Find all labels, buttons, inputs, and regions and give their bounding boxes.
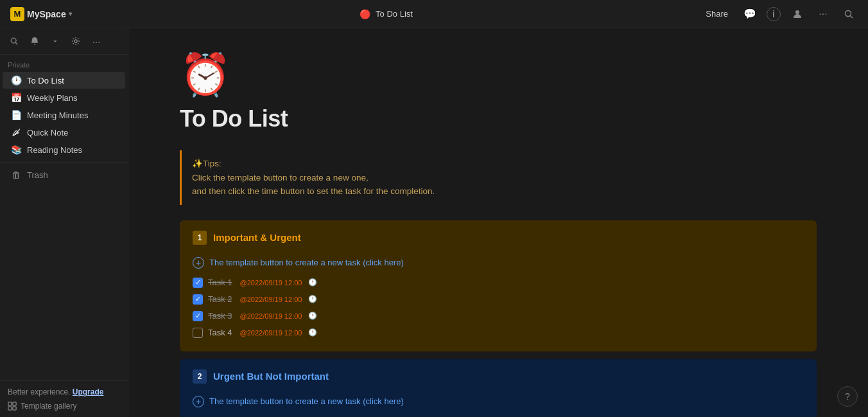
sidebar-download-button[interactable] [46, 32, 64, 50]
svg-point-5 [74, 40, 77, 42]
section-1-header: 1 Important & Urgent [193, 231, 804, 245]
task-date-1-2: @2022/09/19 12:00 [240, 296, 302, 303]
svg-rect-7 [13, 402, 16, 405]
task-row-1-2: Task 2 @2022/09/19 12:00 🕐 [193, 291, 804, 308]
page-emoji: ⏰ [180, 54, 817, 95]
info-icon[interactable]: i [767, 7, 781, 21]
task-date-1-3: @2022/09/19 12:00 [240, 312, 302, 320]
workspace-icon: M [10, 7, 24, 21]
sidebar-item-reading-label: Reading Notes [27, 145, 82, 155]
top-bar-center: 🔴 To Do List [72, 9, 701, 19]
task-section-2: 2 Urgent But Not Important + The templat… [180, 359, 817, 417]
share-button[interactable]: Share [700, 6, 733, 21]
svg-rect-9 [13, 407, 16, 410]
sidebar-item-meeting[interactable]: 📄 Meeting Minutes [3, 107, 125, 123]
sidebar-bottom: Better experience. Upgrade Template gall… [0, 380, 128, 417]
workspace-switcher[interactable]: M MySpace ▾ [10, 7, 72, 21]
top-bar-right: Share 💬 i ··· [700, 5, 858, 23]
svg-point-3 [11, 38, 16, 43]
upgrade-link[interactable]: Upgrade [73, 387, 104, 396]
weekly-icon: 📅 [10, 93, 22, 103]
svg-line-2 [851, 15, 853, 18]
tips-text: ✨Tips: Click the template button to crea… [192, 157, 806, 199]
section-1-number: 1 [193, 231, 207, 245]
breadcrumb: 🔴 To Do List [360, 9, 413, 19]
sidebar-section-label: Private [0, 55, 128, 71]
workspace-name-label: MySpace [27, 9, 66, 19]
more-options-icon[interactable]: ··· [814, 5, 832, 23]
sidebar-item-quick[interactable]: 🌶 Quick Note [3, 124, 125, 141]
section-2-number: 2 [193, 369, 207, 384]
sidebar-item-todo-label: To Do List [27, 76, 64, 85]
section-2-title: Urgent But Not Important [213, 371, 329, 382]
sidebar-search-button[interactable] [5, 32, 23, 50]
task-checkbox-1-3[interactable] [193, 311, 203, 321]
clock-icon-1-3: 🕐 [308, 312, 317, 320]
add-task-row-1[interactable]: + The template button to create a new ta… [193, 254, 804, 272]
reading-icon: 📚 [10, 145, 22, 155]
page-breadcrumb-icon: 🔴 [360, 9, 370, 19]
tips-line1: ✨Tips: [192, 159, 221, 168]
tips-line2: Click the template button to create a ne… [192, 173, 369, 182]
clock-icon-1-4: 🕐 [308, 328, 317, 337]
upgrade-text: Better experience. Upgrade [8, 387, 120, 396]
sidebar-item-weekly[interactable]: 📅 Weekly Plans [3, 89, 125, 106]
sidebar-settings-button[interactable] [67, 32, 85, 50]
sidebar-bell-button[interactable] [26, 32, 44, 50]
section-1-title: Important & Urgent [213, 232, 301, 243]
page-title: To Do List [180, 105, 817, 132]
svg-point-0 [795, 10, 799, 14]
task-label-1-3: Task 3 [208, 311, 232, 321]
task-label-1-2: Task 2 [208, 294, 232, 304]
svg-line-4 [15, 42, 17, 44]
breadcrumb-page-title: To Do List [376, 9, 413, 19]
quick-icon: 🌶 [10, 127, 22, 138]
task-checkbox-1-2[interactable] [193, 294, 203, 305]
sidebar-item-weekly-label: Weekly Plans [27, 93, 78, 103]
meeting-icon: 📄 [10, 110, 22, 120]
tips-callout: ✨Tips: Click the template button to crea… [180, 150, 817, 205]
svg-rect-8 [8, 407, 12, 410]
task-row-1-1: Task 1 @2022/09/19 12:00 🕐 [193, 274, 804, 291]
sidebar-item-todo[interactable]: 🕐 To Do List [3, 72, 125, 89]
person-icon[interactable] [788, 5, 806, 23]
add-task-row-2[interactable]: + The template button to create a new ta… [193, 393, 804, 411]
task-checkbox-1-4[interactable] [193, 328, 203, 338]
sidebar-items: Private 🕐 To Do List 📅 Weekly Plans 📄 Me… [0, 55, 128, 380]
sidebar: ··· Private 🕐 To Do List 📅 Weekly Plans … [0, 28, 128, 417]
trash-icon: 🗑 [10, 170, 22, 180]
svg-point-1 [846, 10, 851, 16]
sidebar-item-quick-label: Quick Note [27, 128, 68, 138]
task-date-1-1: @2022/09/19 12:00 [240, 279, 302, 287]
search-icon[interactable] [840, 5, 858, 23]
content-area: ⏰ To Do List ✨Tips: Click the template b… [128, 28, 868, 417]
comment-icon[interactable]: 💬 [741, 5, 759, 23]
help-icon[interactable]: ? [837, 386, 858, 407]
clock-icon-1-1: 🕐 [308, 278, 317, 287]
section-2-header: 2 Urgent But Not Important [193, 369, 804, 384]
task-label-1-1: Task 1 [208, 278, 232, 287]
add-task-label-1: The template button to create a new task… [209, 258, 404, 267]
add-task-icon-1: + [193, 257, 204, 269]
template-gallery-button[interactable]: Template gallery [8, 402, 120, 411]
sidebar-item-reading[interactable]: 📚 Reading Notes [3, 141, 125, 158]
add-task-icon-2: + [193, 396, 204, 407]
task-checkbox-1-1[interactable] [193, 278, 203, 288]
add-task-label-2: The template button to create a new task… [209, 396, 404, 406]
task-row-1-4: Task 4 @2022/09/19 12:00 🕐 [193, 324, 804, 341]
sidebar-more-button[interactable]: ··· [87, 32, 105, 50]
sidebar-top-icons: ··· [0, 28, 128, 55]
task-label-1-4: Task 4 [208, 328, 232, 337]
tips-line3: and then click the time button to set th… [192, 186, 435, 196]
todo-icon: 🕐 [10, 75, 22, 85]
task-row-1-3: Task 3 @2022/09/19 12:00 🕐 [193, 308, 804, 324]
task-date-1-4: @2022/09/19 12:00 [240, 329, 302, 337]
main-container: ··· Private 🕐 To Do List 📅 Weekly Plans … [0, 28, 868, 417]
top-bar-left: M MySpace ▾ [10, 7, 72, 21]
template-gallery-label: Template gallery [21, 402, 76, 411]
task-section-1: 1 Important & Urgent + The template butt… [180, 220, 817, 351]
sidebar-trash-label: Trash [27, 170, 48, 180]
sidebar-trash-item[interactable]: 🗑 Trash [3, 166, 125, 183]
sidebar-divider [0, 162, 128, 163]
top-bar: M MySpace ▾ 🔴 To Do List Share 💬 i ··· [0, 0, 868, 28]
